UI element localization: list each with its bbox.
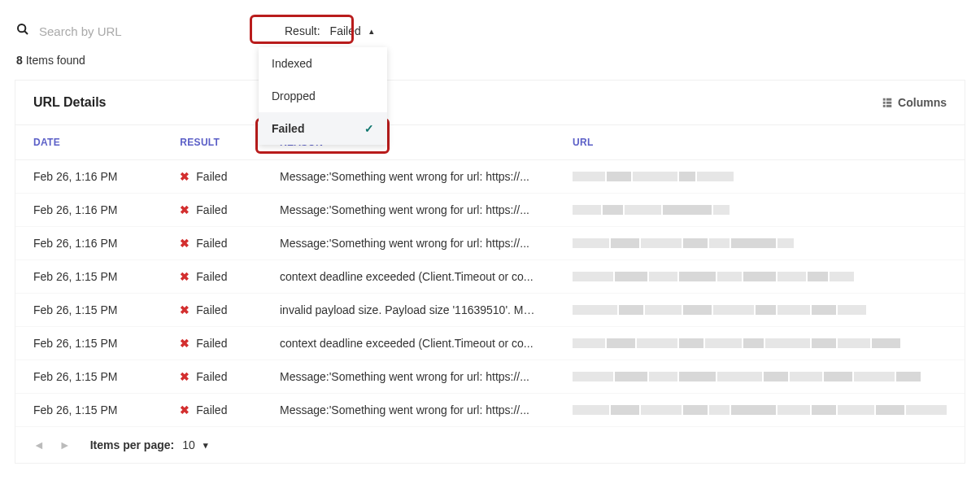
cell-result: ✖Failed [162,294,262,327]
column-header-date[interactable]: DATE [15,125,162,160]
cell-url [555,327,965,360]
table-row[interactable]: Feb 26, 1:15 PM✖FailedMessage:'Something… [15,360,965,394]
svg-rect-3 [886,98,891,101]
table-row[interactable]: Feb 26, 1:15 PM✖FailedMessage:'Something… [15,394,965,427]
result-text: Failed [196,270,227,283]
cell-reason: context deadline exceeded (Client.Timeou… [262,260,555,294]
result-text: Failed [196,337,227,350]
pager-next[interactable]: ► [59,438,71,451]
cell-date: Feb 26, 1:16 PM [15,160,162,194]
table-row[interactable]: Feb 26, 1:15 PM✖Failedcontext deadline e… [15,327,965,360]
cell-reason: Message:'Something went wrong for url: h… [262,160,555,194]
result-text: Failed [196,203,227,216]
cell-reason: context deadline exceeded (Client.Timeou… [262,327,555,360]
cell-url [555,360,965,394]
search-input[interactable] [39,24,218,38]
column-header-result[interactable]: RESULT [162,125,262,160]
x-icon: ✖ [180,203,189,216]
cell-url [555,160,965,194]
cell-date: Feb 26, 1:15 PM [15,360,162,394]
result-filter-dropdown: Indexed Dropped Failed ✓ [259,47,387,145]
dropdown-item-indexed[interactable]: Indexed [259,47,387,80]
redacted-url [573,172,947,181]
table-row[interactable]: Feb 26, 1:16 PM✖FailedMessage:'Something… [15,194,965,227]
x-icon: ✖ [180,237,189,250]
svg-line-1 [24,31,28,34]
check-icon: ✓ [364,122,374,135]
annotation-box-filter [250,15,354,44]
svg-rect-5 [886,102,891,104]
redacted-url [573,205,947,215]
cell-reason: Message:'Something went wrong for url: h… [262,194,555,227]
column-header-url[interactable]: URL [555,125,965,160]
table-row[interactable]: Feb 26, 1:15 PM✖Failedcontext deadline e… [15,260,965,294]
items-per-page: Items per page: 10 ▾ [90,438,208,451]
dropdown-item-dropped[interactable]: Dropped [259,80,387,112]
cell-url [555,260,965,294]
cell-result: ✖Failed [162,327,262,360]
chevron-up-icon: ▴ [369,26,374,37]
cell-result: ✖Failed [162,360,262,394]
items-found-count: 8 [16,54,23,67]
cell-result: ✖Failed [162,260,262,294]
cell-date: Feb 26, 1:16 PM [15,194,162,227]
cell-url [555,394,965,427]
url-details-panel: URL Details Columns DATE RESULT REASON U… [15,80,965,464]
cell-result: ✖Failed [162,394,262,427]
cell-reason: Message:'Something went wrong for url: h… [262,227,555,260]
cell-result: ✖Failed [162,194,262,227]
result-text: Failed [196,370,227,383]
cell-reason: Message:'Something went wrong for url: h… [262,360,555,394]
table-row[interactable]: Feb 26, 1:16 PM✖FailedMessage:'Something… [15,227,965,260]
result-text: Failed [196,403,227,416]
table-row[interactable]: Feb 26, 1:15 PM✖Failedinvalid payload si… [15,294,965,327]
redacted-url [573,272,947,281]
x-icon: ✖ [180,370,189,383]
table-row[interactable]: Feb 26, 1:16 PM✖FailedMessage:'Something… [15,160,965,194]
cell-date: Feb 26, 1:15 PM [15,260,162,294]
x-icon: ✖ [180,337,189,350]
pager-arrows: ◄ ► [33,438,71,451]
cell-date: Feb 26, 1:15 PM [15,327,162,360]
cell-result: ✖Failed [162,227,262,260]
chevron-down-icon[interactable]: ▾ [203,440,208,451]
x-icon: ✖ [180,270,189,283]
columns-button[interactable]: Columns [882,96,947,109]
cell-date: Feb 26, 1:15 PM [15,394,162,427]
dropdown-item-label: Indexed [272,57,312,70]
items-found-suffix: Items found [26,54,85,67]
url-details-table: DATE RESULT REASON URL Feb 26, 1:16 PM✖F… [15,125,965,427]
dropdown-item-label: Failed [272,122,304,135]
redacted-url [573,338,947,348]
redacted-url [573,405,947,415]
items-per-page-value[interactable]: 10 [182,438,195,451]
svg-rect-4 [883,102,886,104]
top-bar: Result: Failed ▴ [0,0,980,50]
dropdown-item-failed[interactable]: Failed ✓ [259,112,387,145]
redacted-url [573,238,947,248]
items-found: 8 Items found [0,50,980,80]
cell-url [555,227,965,260]
cell-url [555,294,965,327]
panel-footer: ◄ ► Items per page: 10 ▾ [15,427,965,463]
result-text: Failed [196,237,227,250]
cell-reason: Message:'Something went wrong for url: h… [262,394,555,427]
redacted-url [573,305,947,315]
svg-rect-7 [886,105,891,107]
svg-rect-2 [883,98,886,101]
cell-date: Feb 26, 1:16 PM [15,227,162,260]
panel-header: URL Details Columns [15,81,965,125]
cell-url [555,194,965,227]
svg-point-0 [18,24,25,32]
x-icon: ✖ [180,303,189,316]
svg-rect-6 [883,105,886,107]
result-text: Failed [196,170,227,183]
dropdown-item-label: Dropped [272,89,316,102]
columns-button-label: Columns [898,96,947,109]
cell-reason: invalid payload size. Payload size '1163… [262,294,555,327]
items-per-page-label: Items per page: [90,438,174,451]
pager-prev[interactable]: ◄ [33,438,45,451]
panel-title: URL Details [33,95,107,110]
cell-date: Feb 26, 1:15 PM [15,294,162,327]
search-icon[interactable] [16,23,29,39]
